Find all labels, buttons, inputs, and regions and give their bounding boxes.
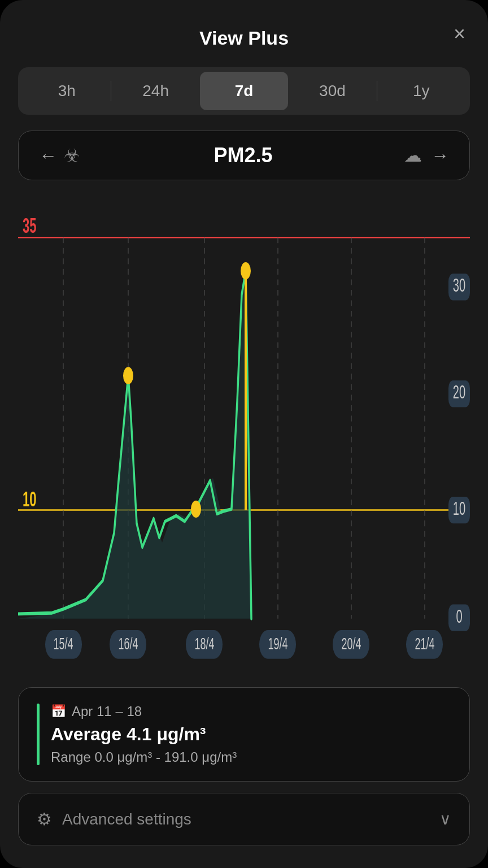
svg-point-18 xyxy=(123,367,133,384)
svg-text:21/4: 21/4 xyxy=(415,633,434,653)
stats-content: 📅 Apr 11 – 18 Average 4.1 μg/m³ Range 0.… xyxy=(51,704,237,765)
time-option-3h[interactable]: 3h xyxy=(23,72,111,110)
cloud-icon: ☁ xyxy=(404,145,422,166)
svg-point-19 xyxy=(191,501,201,518)
stats-date: Apr 11 – 18 xyxy=(72,704,142,719)
svg-text:19/4: 19/4 xyxy=(268,633,287,653)
time-option-24h[interactable]: 24h xyxy=(111,72,199,110)
modal-container: View Plus × 3h 24h 7d 30d 1y ← ☣ PM2.5 ☁… xyxy=(0,0,488,868)
stats-average: Average 4.1 μg/m³ xyxy=(51,724,237,745)
svg-text:18/4: 18/4 xyxy=(194,633,214,653)
modal-title: View Plus xyxy=(199,27,289,49)
chart-svg: 35 10 30 20 10 0 xyxy=(18,180,470,676)
svg-text:16/4: 16/4 xyxy=(118,633,138,653)
settings-gear-icon: ⚙ xyxy=(37,809,52,829)
stats-box: 📅 Apr 11 – 18 Average 4.1 μg/m³ Range 0.… xyxy=(18,687,470,782)
metric-title: PM2.5 xyxy=(82,144,404,167)
calendar-icon: 📅 xyxy=(51,704,66,719)
prev-metric-button[interactable]: ← xyxy=(34,145,62,166)
time-selector: 3h 24h 7d 30d 1y xyxy=(18,67,470,115)
time-option-30d[interactable]: 30d xyxy=(288,72,376,110)
metric-selector: ← ☣ PM2.5 ☁ → xyxy=(18,131,470,180)
svg-text:0: 0 xyxy=(456,605,462,627)
svg-text:35: 35 xyxy=(23,214,36,237)
svg-text:10: 10 xyxy=(453,498,465,519)
chart-area: 35 10 30 20 10 0 xyxy=(18,180,470,676)
svg-text:15/4: 15/4 xyxy=(53,633,73,653)
biohazard-icon: ☣ xyxy=(64,145,80,166)
stats-bar-indicator xyxy=(37,704,40,765)
close-button[interactable]: × xyxy=(449,19,470,49)
stats-range: Range 0.0 μg/m³ - 191.0 μg/m³ xyxy=(51,749,237,765)
time-option-7d[interactable]: 7d xyxy=(200,72,288,110)
chevron-down-icon: ∨ xyxy=(439,810,451,828)
advanced-settings-row[interactable]: ⚙ Advanced settings ∨ xyxy=(18,793,470,845)
svg-text:20: 20 xyxy=(453,381,465,403)
next-metric-button[interactable]: → xyxy=(426,145,454,166)
svg-text:30: 30 xyxy=(453,275,465,296)
svg-text:10: 10 xyxy=(23,487,36,510)
stats-date-row: 📅 Apr 11 – 18 xyxy=(51,704,237,719)
time-option-1y[interactable]: 1y xyxy=(377,72,465,110)
advanced-settings-label: Advanced settings xyxy=(62,810,439,828)
svg-text:20/4: 20/4 xyxy=(341,633,361,653)
header: View Plus × xyxy=(18,0,470,67)
